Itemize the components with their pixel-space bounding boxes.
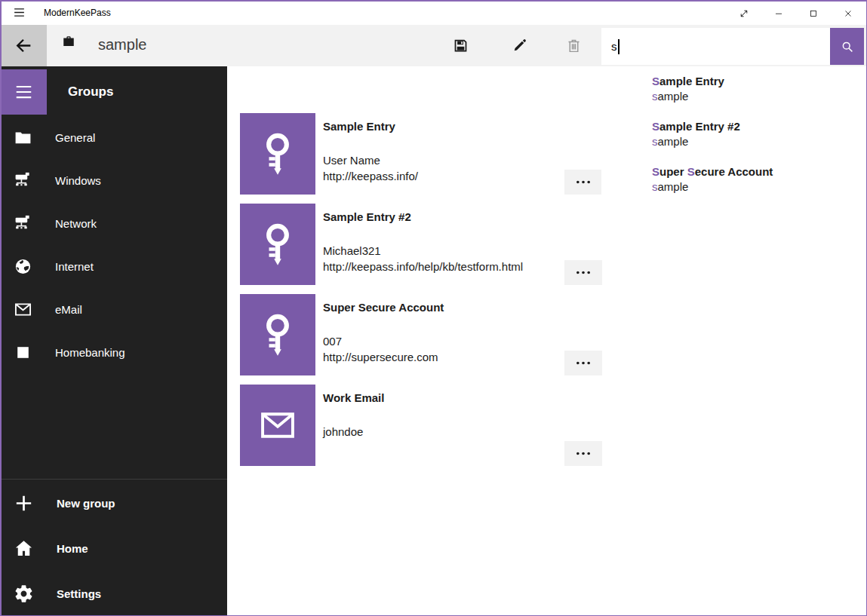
- entry-row[interactable]: Sample Entry User Name http://keepass.in…: [240, 113, 602, 195]
- close-button[interactable]: [831, 2, 865, 25]
- entry-url: http://keepass.info/help/kb/testform.htm…: [323, 259, 523, 274]
- main-content: Sample Entry User Name http://keepass.in…: [227, 66, 867, 616]
- sidebar-item-network[interactable]: Network: [0, 202, 227, 245]
- sidebar-item-label: Home: [57, 542, 88, 555]
- sidebar-item-label: Network: [55, 217, 97, 230]
- workstation-icon: [14, 214, 32, 233]
- text-caret: [618, 39, 620, 54]
- workstation-icon: [14, 171, 32, 190]
- command-bar: sample s: [0, 25, 867, 66]
- sidebar-item-general[interactable]: General: [0, 116, 227, 159]
- search-suggestion[interactable]: Sample Entry sample: [601, 74, 865, 119]
- key-icon: [254, 130, 302, 178]
- ellipsis-icon: [575, 450, 592, 457]
- entry-title: Sample Entry #2: [323, 210, 411, 225]
- entry-username: User Name: [323, 152, 418, 168]
- sidebar-hamburger-button[interactable]: [0, 69, 47, 115]
- sidebar-item-label: Settings: [57, 587, 101, 600]
- more-button[interactable]: [564, 260, 602, 285]
- back-arrow-icon: [14, 36, 33, 55]
- entry-username: johndoe: [323, 424, 363, 440]
- sidebar-item-internet[interactable]: Internet: [0, 245, 227, 288]
- fullscreen-icon: [739, 8, 749, 19]
- search-suggestion[interactable]: Sample Entry #2 sample: [601, 119, 865, 164]
- sidebar-item-settings[interactable]: Settings: [0, 571, 227, 616]
- trash-icon: [566, 38, 582, 54]
- suggestion-subtitle: sample: [652, 134, 865, 149]
- sidebar-item-email[interactable]: eMail: [0, 288, 227, 331]
- entry-username: Michael321: [323, 243, 523, 259]
- save-button[interactable]: [445, 25, 475, 66]
- sidebar-item-windows[interactable]: Windows: [0, 159, 227, 202]
- maximize-icon: [809, 9, 818, 18]
- search-button[interactable]: [830, 28, 864, 65]
- entry-username: 007: [323, 333, 438, 349]
- settings-icon: [14, 584, 34, 604]
- globe-icon: [14, 257, 32, 276]
- more-button[interactable]: [564, 441, 602, 466]
- back-button[interactable]: [0, 25, 47, 66]
- sidebar-divider: [0, 479, 227, 480]
- sidebar-item-label: Homebanking: [55, 346, 125, 359]
- sidebar-item-label: New group: [57, 497, 115, 510]
- folder-icon: [14, 128, 32, 147]
- briefcase-icon: [62, 35, 75, 48]
- hamburger-icon: [13, 82, 35, 102]
- mail-icon: [14, 300, 32, 319]
- entry-tile: [240, 204, 315, 285]
- suggestion-subtitle: sample: [652, 179, 865, 195]
- sidebar-header: Groups: [68, 69, 113, 115]
- search-input[interactable]: s: [601, 28, 830, 65]
- key-icon: [254, 220, 302, 268]
- window-title: ModernKeePass: [44, 8, 111, 18]
- add-icon: [14, 493, 34, 513]
- suggestion-subtitle: sample: [652, 89, 865, 104]
- database-title: sample: [98, 25, 146, 66]
- entry-row[interactable]: Work Email johndoe: [240, 385, 602, 466]
- save-icon: [453, 38, 469, 54]
- delete-button[interactable]: [558, 25, 589, 66]
- mail-icon: [258, 406, 297, 445]
- search-query-text: s: [611, 40, 617, 53]
- app-window: ModernKeePass sample s: [0, 0, 867, 616]
- entry-title: Super Secure Account: [323, 300, 444, 315]
- entry-details: User Name http://keepass.info/: [323, 152, 418, 184]
- entry-tile: [240, 385, 315, 466]
- maximize-button[interactable]: [796, 2, 831, 25]
- magnifier-icon: [841, 40, 854, 54]
- edit-button[interactable]: [504, 25, 534, 66]
- entry-list: Sample Entry User Name http://keepass.in…: [240, 113, 602, 475]
- square-icon: [14, 343, 32, 362]
- sidebar-group-list: General Windows Network Internet eMail H…: [0, 116, 227, 374]
- pencil-icon: [512, 38, 527, 54]
- home-icon: [14, 538, 34, 559]
- entry-details: 007 http://supersecure.com: [323, 333, 438, 365]
- sidebar-item-home[interactable]: Home: [0, 526, 227, 571]
- ellipsis-icon: [575, 179, 592, 185]
- window-controls: [727, 2, 865, 25]
- entry-title: Work Email: [323, 391, 384, 406]
- entry-url: http://keepass.info/: [323, 168, 418, 184]
- suggestion-title: Sample Entry #2: [652, 119, 865, 134]
- titlebar: ModernKeePass: [0, 0, 867, 25]
- suggestion-title: Sample Entry: [652, 74, 865, 89]
- ellipsis-icon: [575, 360, 592, 366]
- minimize-icon: [774, 9, 783, 18]
- entry-row[interactable]: Super Secure Account 007 http://supersec…: [240, 294, 602, 375]
- close-icon: [844, 9, 853, 18]
- entry-details: Michael321 http://keepass.info/help/kb/t…: [323, 243, 523, 274]
- hamburger-icon[interactable]: [12, 6, 26, 19]
- more-button[interactable]: [564, 170, 602, 195]
- search-suggestion[interactable]: Super Secure Account sample: [601, 164, 865, 210]
- sidebar-item-label: Windows: [55, 174, 101, 187]
- entry-tile: [240, 294, 315, 375]
- minimize-button[interactable]: [761, 2, 796, 25]
- entry-tile: [240, 113, 315, 195]
- entry-row[interactable]: Sample Entry #2 Michael321 http://keepas…: [240, 204, 602, 285]
- more-button[interactable]: [564, 351, 602, 375]
- sidebar-item-label: eMail: [55, 303, 82, 316]
- sidebar-item-homebanking[interactable]: Homebanking: [0, 331, 227, 374]
- sidebar-item-label: Internet: [55, 260, 94, 273]
- fullscreen-button[interactable]: [727, 2, 761, 25]
- sidebar-item-new-group[interactable]: New group: [0, 480, 227, 526]
